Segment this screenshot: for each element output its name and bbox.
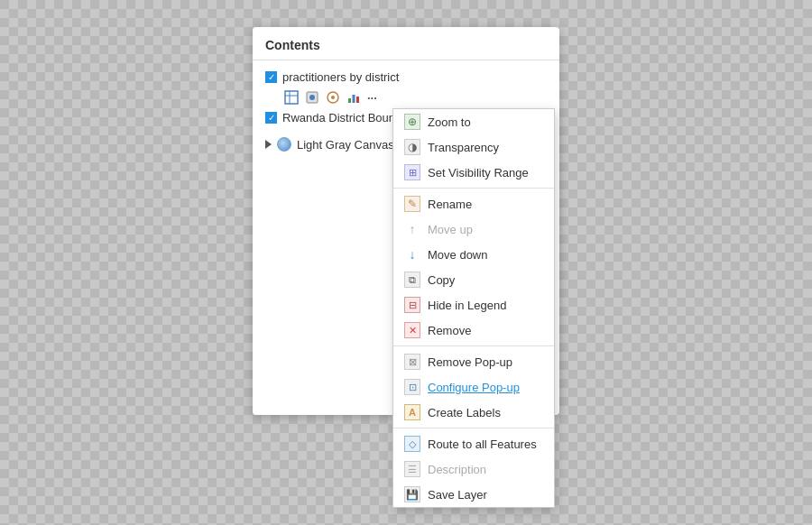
ctx-label: Description [428, 463, 486, 476]
basemap-name[interactable]: Light Gray Canvas [297, 138, 394, 152]
ctx-remove-popup[interactable]: Remove Pop-up [393, 349, 554, 374]
menu-separator [393, 428, 554, 428]
layer-chart-icon[interactable] [345, 88, 363, 106]
route-icon [404, 436, 420, 452]
configure-popup-icon [404, 379, 420, 395]
svg-point-6 [331, 96, 335, 99]
ctx-label: Rename [428, 198, 472, 211]
move-up-icon [404, 221, 420, 237]
ctx-set-visibility[interactable]: Set Visibility Range [393, 160, 554, 185]
svg-point-4 [309, 95, 315, 100]
ctx-route-features[interactable]: Route to all Features [393, 431, 554, 456]
rename-icon [404, 196, 420, 212]
ctx-transparency[interactable]: Transparency [393, 134, 554, 160]
copy-icon [404, 272, 420, 288]
layer-checkbox[interactable] [265, 112, 277, 124]
contents-panel: Contents practitioners by district ··· R… [253, 27, 559, 415]
menu-separator [393, 345, 554, 346]
create-labels-icon [404, 404, 420, 420]
ctx-hide-legend[interactable]: Hide in Legend [393, 292, 554, 318]
ctx-move-down[interactable]: Move down [393, 242, 554, 267]
ctx-label: Route to all Features [428, 438, 537, 451]
layer-filter-icon[interactable] [324, 88, 342, 106]
ctx-rename[interactable]: Rename [393, 191, 554, 216]
ctx-save-layer[interactable]: Save Layer [393, 482, 554, 507]
ctx-label: Transparency [428, 141, 499, 154]
zoom-to-icon [404, 114, 420, 130]
remove-popup-icon [404, 354, 420, 370]
svg-rect-9 [356, 97, 359, 103]
ctx-label: Create Labels [428, 406, 501, 419]
layer-name[interactable]: practitioners by district [282, 70, 399, 84]
ctx-remove[interactable]: Remove [393, 318, 554, 343]
layer-item: practitioners by district [253, 68, 559, 87]
layer-action-icons: ··· [253, 87, 559, 108]
transparency-icon [404, 139, 420, 155]
ctx-label: Hide in Legend [428, 299, 506, 312]
ctx-label: Save Layer [428, 488, 487, 502]
layer-symbology-icon[interactable] [303, 88, 321, 106]
basemap-icon [277, 137, 291, 152]
ctx-copy[interactable]: Copy [393, 267, 554, 292]
layer-table-icon[interactable] [282, 88, 300, 106]
hide-legend-icon [404, 297, 420, 313]
menu-separator [393, 188, 554, 189]
ctx-label: Move down [428, 248, 487, 262]
visibility-icon [404, 164, 420, 180]
layer-more-button[interactable]: ··· [365, 91, 379, 105]
move-down-icon [404, 246, 420, 262]
svg-rect-7 [348, 98, 351, 103]
layer-checkbox[interactable] [265, 71, 277, 83]
ctx-move-up: Move up [393, 216, 554, 242]
description-icon [404, 461, 420, 477]
expand-triangle[interactable] [265, 140, 272, 149]
save-layer-icon [404, 486, 420, 502]
ctx-label: Remove Pop-up [428, 355, 512, 369]
ctx-label: Remove [428, 324, 471, 337]
ctx-label: Configure Pop-up [428, 381, 520, 394]
svg-rect-8 [353, 95, 355, 103]
ctx-label: Copy [428, 273, 455, 287]
ctx-configure-popup[interactable]: Configure Pop-up [393, 374, 554, 400]
panel-title: Contents [253, 38, 559, 60]
ctx-label: Set Visibility Range [428, 166, 529, 180]
ctx-create-labels[interactable]: Create Labels [393, 400, 554, 425]
ctx-description: Description [393, 456, 554, 482]
remove-icon [404, 322, 420, 338]
context-menu: Zoom to Transparency Set Visibility Rang… [392, 108, 555, 508]
ctx-label: Zoom to [428, 115, 471, 129]
ctx-label: Move up [428, 223, 473, 236]
ctx-zoom-to[interactable]: Zoom to [393, 109, 554, 134]
svg-rect-0 [285, 91, 298, 104]
